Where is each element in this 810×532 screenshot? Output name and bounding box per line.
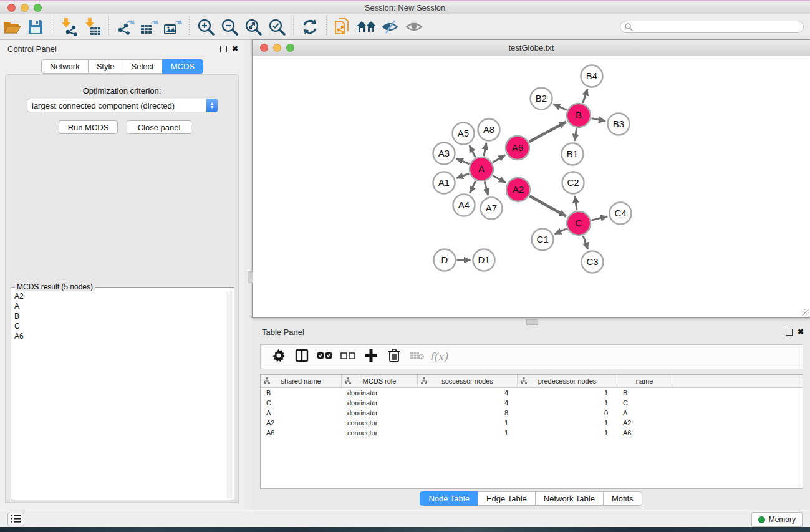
tab-network-table[interactable]: Network Table	[535, 491, 604, 506]
zoom-out-button[interactable]	[218, 16, 241, 38]
run-mcds-button[interactable]: Run MCDS	[59, 120, 118, 134]
graph-node-B3[interactable]: B3	[608, 114, 630, 135]
import-table-button[interactable]	[80, 16, 104, 38]
graph-edge-B-B3[interactable]	[592, 118, 605, 121]
result-item[interactable]: A2	[12, 291, 225, 301]
graph-node-C4[interactable]: C4	[610, 203, 632, 225]
table-cell: 8	[418, 409, 518, 417]
column-header-name[interactable]: name	[617, 375, 672, 387]
graph-node-A4[interactable]: A4	[453, 195, 475, 216]
zoom-selected-button[interactable]	[265, 16, 289, 38]
tab-node-table[interactable]: Node Table	[420, 491, 478, 506]
vertical-splitter-handle[interactable]	[248, 271, 253, 283]
import-network-button[interactable]	[57, 16, 80, 38]
task-history-button[interactable]	[7, 513, 24, 526]
graph-node-A[interactable]: A	[470, 157, 493, 181]
result-item[interactable]: B	[12, 311, 225, 321]
network-from-document-button[interactable]	[331, 16, 355, 38]
column-visibility-button[interactable]	[290, 346, 313, 367]
result-scrollbar[interactable]	[226, 291, 233, 498]
column-header-MCDS-role[interactable]: MCDS role	[342, 375, 418, 387]
save-session-button[interactable]	[24, 16, 47, 38]
graph-edge-A-A5[interactable]	[470, 145, 476, 157]
criterion-dropdown[interactable]: largest connected component (directed) ▲…	[27, 99, 218, 112]
column-header-successor-nodes[interactable]: successor nodes	[418, 375, 518, 387]
deselect-all-button[interactable]	[336, 346, 359, 367]
graph-node-C1[interactable]: C1	[532, 229, 554, 251]
close-panel-icon[interactable]: ✖	[232, 45, 238, 52]
table-row[interactable]: A6connector11A6	[261, 428, 803, 438]
graph-node-C[interactable]: C	[567, 211, 591, 235]
graph-edge-C-C2[interactable]	[575, 196, 577, 210]
graph-node-A5[interactable]: A5	[453, 123, 475, 145]
delete-row-button[interactable]	[382, 346, 405, 367]
tab-select[interactable]: Select	[123, 59, 163, 74]
graph-edge-B-B2[interactable]	[554, 104, 567, 110]
table-row[interactable]: Bdominator41B	[261, 388, 803, 398]
graph-edge-A-A2[interactable]	[493, 175, 506, 183]
export-network-button[interactable]	[113, 16, 137, 38]
graph-edge-A2-C[interactable]	[529, 196, 566, 216]
graph-node-C3[interactable]: C3	[582, 251, 604, 273]
export-image-button[interactable]	[161, 16, 185, 38]
graph-edge-A6-B[interactable]	[529, 122, 566, 142]
result-item[interactable]: A6	[12, 331, 225, 341]
show-graphics-details-button[interactable]	[402, 16, 426, 38]
graph-edge-C-C1[interactable]	[555, 229, 567, 235]
add-row-button[interactable]	[359, 346, 382, 367]
graph-edge-A-A1[interactable]	[456, 173, 469, 178]
graph-edge-A-A6[interactable]	[493, 155, 505, 163]
graph-node-B[interactable]: B	[567, 104, 591, 127]
column-header-predecessor-nodes[interactable]: predecessor nodes	[518, 375, 617, 387]
home-networks-button[interactable]	[355, 16, 378, 38]
graph-edge-A-A4[interactable]	[470, 181, 476, 193]
graph-node-A1[interactable]: A1	[433, 172, 455, 194]
tab-style[interactable]: Style	[88, 59, 123, 74]
select-all-button[interactable]	[313, 346, 336, 367]
graph-node-A6[interactable]: A6	[506, 136, 529, 160]
open-session-button[interactable]	[0, 16, 24, 38]
refresh-network-button[interactable]	[298, 16, 322, 38]
graph-node-D[interactable]: D	[434, 249, 456, 271]
graph-edge-C-C3[interactable]	[583, 236, 588, 249]
graph-edge-A-A8[interactable]	[484, 143, 486, 156]
close-panel-button[interactable]: Close panel	[127, 120, 191, 134]
graph-edge-B-B1[interactable]	[574, 128, 576, 141]
graph-node-C2[interactable]: C2	[562, 172, 584, 194]
graph-edge-A-A3[interactable]	[456, 158, 470, 164]
zoom-fit-button[interactable]	[241, 16, 265, 38]
table-row[interactable]: Adominator80A	[261, 408, 803, 418]
resize-grip[interactable]	[802, 309, 809, 317]
result-item[interactable]: C	[12, 321, 225, 331]
table-row[interactable]: A2connector11A2	[261, 418, 803, 428]
graph-node-A2[interactable]: A2	[506, 178, 530, 201]
float-table-panel-icon[interactable]	[786, 329, 793, 336]
svg-text:C4: C4	[614, 208, 626, 218]
hide-graphics-details-button[interactable]	[378, 16, 402, 38]
graph-node-B2[interactable]: B2	[531, 88, 552, 110]
close-table-panel-icon[interactable]: ✖	[798, 328, 804, 336]
graph-edge-C-C4[interactable]	[591, 216, 607, 220]
graph-node-A7[interactable]: A7	[481, 198, 503, 220]
tab-edge-table[interactable]: Edge Table	[478, 491, 536, 506]
graph-node-A8[interactable]: A8	[478, 119, 500, 141]
column-header-shared-name[interactable]: shared name	[261, 375, 342, 387]
graph-node-D1[interactable]: D1	[473, 249, 495, 271]
result-item[interactable]: A	[12, 301, 225, 311]
network-canvas[interactable]: AA1A2A3A4A5A6A7A8BB1B2B3B4CC1C2C3C4DD1	[253, 56, 810, 317]
tab-network[interactable]: Network	[41, 59, 89, 74]
tab-mcds[interactable]: MCDS	[162, 59, 203, 74]
graph-node-B1[interactable]: B1	[562, 143, 584, 165]
graph-node-A3[interactable]: A3	[433, 143, 455, 165]
search-input[interactable]	[620, 21, 804, 33]
float-panel-icon[interactable]	[220, 46, 227, 52]
graph-edge-A-A7[interactable]	[485, 181, 488, 195]
memory-button[interactable]: Memory	[751, 512, 803, 527]
graph-node-B4[interactable]: B4	[581, 65, 603, 87]
export-table-button[interactable]	[137, 16, 161, 38]
tab-motifs[interactable]: Motifs	[603, 491, 642, 506]
table-settings-button[interactable]	[267, 346, 290, 367]
table-row[interactable]: Cdominator41C	[261, 398, 803, 408]
zoom-in-button[interactable]	[194, 16, 218, 38]
graph-edge-B-B4[interactable]	[583, 89, 588, 103]
